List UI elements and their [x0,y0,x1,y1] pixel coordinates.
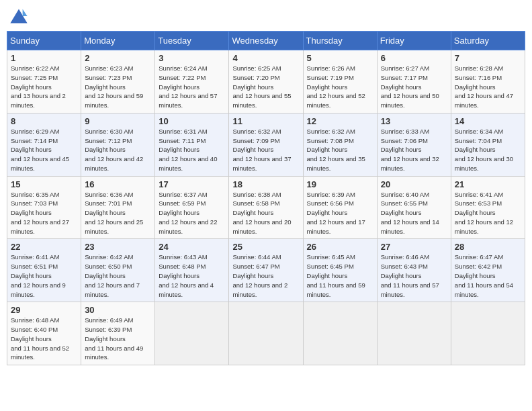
day-number: 22 [11,242,77,252]
day-info: Sunrise: 6:30 AM Sunset: 7:12 PM Dayligh… [85,127,151,173]
calendar-cell: 25 Sunrise: 6:44 AM Sunset: 6:47 PM Dayl… [229,239,303,302]
logo [9,7,31,26]
calendar-cell: 6 Sunrise: 6:27 AM Sunset: 7:17 PM Dayli… [377,50,451,113]
day-number: 19 [307,179,373,189]
day-number: 9 [85,116,151,126]
day-number: 30 [85,305,151,315]
day-info: Sunrise: 6:22 AM Sunset: 7:25 PM Dayligh… [11,64,77,110]
calendar-cell: 13 Sunrise: 6:33 AM Sunset: 7:06 PM Dayl… [377,113,451,176]
calendar-cell: 20 Sunrise: 6:40 AM Sunset: 6:55 PM Dayl… [377,176,451,239]
day-info: Sunrise: 6:29 AM Sunset: 7:14 PM Dayligh… [11,127,77,173]
calendar-cell: 30 Sunrise: 6:49 AM Sunset: 6:39 PM Dayl… [81,302,155,365]
day-number: 23 [85,242,151,252]
calendar-cell: 21 Sunrise: 6:41 AM Sunset: 6:53 PM Dayl… [451,176,525,239]
day-number: 2 [85,53,151,63]
calendar-cell: 4 Sunrise: 6:25 AM Sunset: 7:20 PM Dayli… [229,50,303,113]
day-number: 12 [307,116,373,126]
day-number: 16 [85,179,151,189]
day-info: Sunrise: 6:43 AM Sunset: 6:48 PM Dayligh… [159,253,225,299]
day-info: Sunrise: 6:27 AM Sunset: 7:17 PM Dayligh… [381,64,447,110]
calendar-cell: 2 Sunrise: 6:23 AM Sunset: 7:23 PM Dayli… [81,50,155,113]
day-number: 15 [11,179,77,189]
calendar-cell: 22 Sunrise: 6:41 AM Sunset: 6:51 PM Dayl… [7,239,81,302]
day-info: Sunrise: 6:25 AM Sunset: 7:20 PM Dayligh… [232,64,299,110]
calendar-cell: 1 Sunrise: 6:22 AM Sunset: 7:25 PM Dayli… [7,50,81,113]
day-info: Sunrise: 6:41 AM Sunset: 6:51 PM Dayligh… [11,253,77,299]
calendar-cell: 24 Sunrise: 6:43 AM Sunset: 6:48 PM Dayl… [155,239,229,302]
day-info: Sunrise: 6:32 AM Sunset: 7:09 PM Dayligh… [232,127,299,173]
calendar-cell: 18 Sunrise: 6:38 AM Sunset: 6:58 PM Dayl… [229,176,303,239]
day-info: Sunrise: 6:28 AM Sunset: 7:16 PM Dayligh… [455,64,521,110]
day-number: 18 [232,179,299,189]
calendar-cell: 28 Sunrise: 6:47 AM Sunset: 6:42 PM Dayl… [451,239,525,302]
calendar-cell: 19 Sunrise: 6:39 AM Sunset: 6:56 PM Dayl… [303,176,377,239]
day-info: Sunrise: 6:36 AM Sunset: 7:01 PM Dayligh… [85,190,151,236]
calendar-cell: 14 Sunrise: 6:34 AM Sunset: 7:04 PM Dayl… [451,113,525,176]
calendar-cell: 10 Sunrise: 6:31 AM Sunset: 7:11 PM Dayl… [155,113,229,176]
day-number: 8 [11,116,77,126]
calendar-cell: 3 Sunrise: 6:24 AM Sunset: 7:22 PM Dayli… [155,50,229,113]
day-number: 14 [455,116,521,126]
day-number: 29 [11,305,77,315]
calendar-cell: 11 Sunrise: 6:32 AM Sunset: 7:09 PM Dayl… [229,113,303,176]
day-info: Sunrise: 6:49 AM Sunset: 6:39 PM Dayligh… [85,316,151,362]
calendar-cell: 15 Sunrise: 6:35 AM Sunset: 7:03 PM Dayl… [7,176,81,239]
calendar-cell: 29 Sunrise: 6:48 AM Sunset: 6:40 PM Dayl… [7,302,81,365]
calendar-cell [451,302,525,365]
day-number: 7 [455,53,521,63]
day-info: Sunrise: 6:41 AM Sunset: 6:53 PM Dayligh… [455,190,521,236]
day-number: 17 [159,179,225,189]
day-info: Sunrise: 6:44 AM Sunset: 6:47 PM Dayligh… [232,253,299,299]
calendar-cell: 16 Sunrise: 6:36 AM Sunset: 7:01 PM Dayl… [81,176,155,239]
day-info: Sunrise: 6:40 AM Sunset: 6:55 PM Dayligh… [381,190,447,236]
day-of-week-header: Sunday [7,32,81,50]
calendar-cell: 9 Sunrise: 6:30 AM Sunset: 7:12 PM Dayli… [81,113,155,176]
day-info: Sunrise: 6:37 AM Sunset: 6:59 PM Dayligh… [159,190,225,236]
day-info: Sunrise: 6:39 AM Sunset: 6:56 PM Dayligh… [307,190,373,236]
day-number: 11 [232,116,299,126]
day-number: 5 [307,53,373,63]
day-info: Sunrise: 6:45 AM Sunset: 6:45 PM Dayligh… [307,253,373,299]
day-info: Sunrise: 6:48 AM Sunset: 6:40 PM Dayligh… [11,316,77,362]
day-number: 13 [381,116,447,126]
day-of-week-header: Wednesday [229,32,303,50]
day-info: Sunrise: 6:33 AM Sunset: 7:06 PM Dayligh… [381,127,447,173]
day-info: Sunrise: 6:23 AM Sunset: 7:23 PM Dayligh… [85,64,151,110]
day-info: Sunrise: 6:46 AM Sunset: 6:43 PM Dayligh… [381,253,447,299]
day-of-week-header: Friday [377,32,451,50]
day-info: Sunrise: 6:34 AM Sunset: 7:04 PM Dayligh… [455,127,521,173]
day-number: 28 [455,242,521,252]
calendar-cell: 26 Sunrise: 6:45 AM Sunset: 6:45 PM Dayl… [303,239,377,302]
day-info: Sunrise: 6:24 AM Sunset: 7:22 PM Dayligh… [159,64,225,110]
calendar-cell: 23 Sunrise: 6:42 AM Sunset: 6:50 PM Dayl… [81,239,155,302]
logo-icon [9,7,28,26]
day-info: Sunrise: 6:32 AM Sunset: 7:08 PM Dayligh… [307,127,373,173]
day-info: Sunrise: 6:47 AM Sunset: 6:42 PM Dayligh… [455,253,521,299]
calendar-cell [303,302,377,365]
day-info: Sunrise: 6:31 AM Sunset: 7:11 PM Dayligh… [159,127,225,173]
day-info: Sunrise: 6:38 AM Sunset: 6:58 PM Dayligh… [232,190,299,236]
calendar-cell: 27 Sunrise: 6:46 AM Sunset: 6:43 PM Dayl… [377,239,451,302]
day-number: 3 [159,53,225,63]
calendar-cell [155,302,229,365]
day-number: 6 [381,53,447,63]
day-number: 21 [455,179,521,189]
day-of-week-header: Saturday [451,32,525,50]
day-number: 10 [159,116,225,126]
day-number: 25 [232,242,299,252]
day-number: 26 [307,242,373,252]
calendar-cell: 12 Sunrise: 6:32 AM Sunset: 7:08 PM Dayl… [303,113,377,176]
day-info: Sunrise: 6:35 AM Sunset: 7:03 PM Dayligh… [11,190,77,236]
day-number: 27 [381,242,447,252]
day-number: 24 [159,242,225,252]
page-header [7,7,525,26]
svg-marker-1 [23,9,28,17]
calendar-table: SundayMondayTuesdayWednesdayThursdayFrid… [7,31,525,365]
calendar-cell: 8 Sunrise: 6:29 AM Sunset: 7:14 PM Dayli… [7,113,81,176]
day-number: 1 [11,53,77,63]
day-of-week-header: Thursday [303,32,377,50]
day-info: Sunrise: 6:42 AM Sunset: 6:50 PM Dayligh… [85,253,151,299]
day-of-week-header: Tuesday [155,32,229,50]
calendar-cell [229,302,303,365]
day-info: Sunrise: 6:26 AM Sunset: 7:19 PM Dayligh… [307,64,373,110]
